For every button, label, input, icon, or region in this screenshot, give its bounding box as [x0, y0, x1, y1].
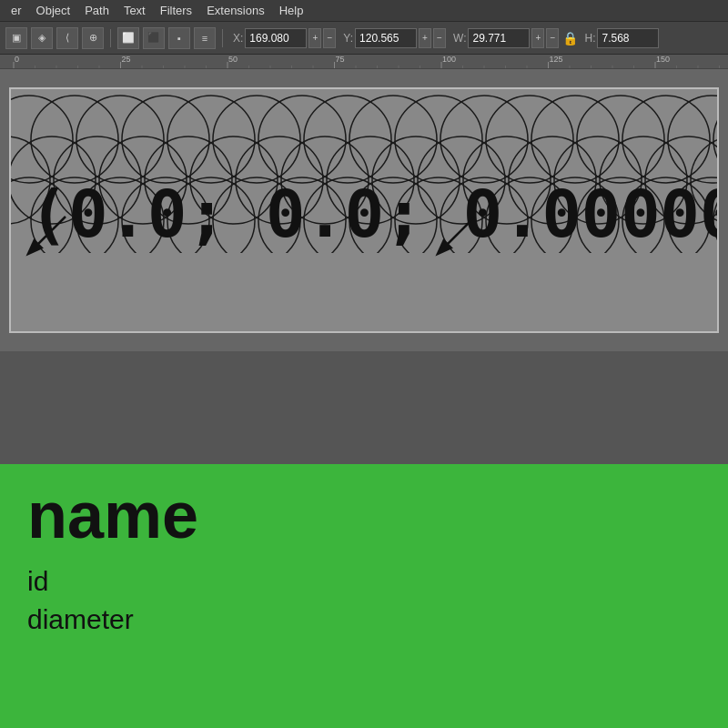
menu-object[interactable]: Object	[29, 0, 78, 21]
svg-point-50	[304, 96, 391, 183]
ruler-horizontal: 0255075100125150	[0, 55, 728, 69]
toolbar: ▣ ◈ ⟨ ⊕ ⬜ ⬛ ▪ ≡ X: + − Y: + − W: + − 🔒 H…	[0, 22, 728, 55]
h-coord-group: H:	[584, 28, 659, 48]
w-dec[interactable]: −	[546, 28, 559, 48]
y-input[interactable]	[355, 28, 417, 48]
menu-extensions[interactable]: Extensions	[199, 0, 272, 21]
menu-path[interactable]: Path	[77, 0, 116, 21]
y-dec[interactable]: −	[433, 28, 446, 48]
align-right[interactable]: ▪	[168, 27, 190, 49]
document-canvas[interactable]: /* rendered below */	[9, 87, 719, 333]
tool-node[interactable]: ◈	[31, 27, 53, 49]
x-inc[interactable]: +	[308, 28, 321, 48]
h-label: H:	[584, 32, 595, 45]
x-label: X:	[233, 32, 243, 45]
y-inc[interactable]: +	[419, 28, 431, 48]
canvas-area: /* rendered below */	[0, 69, 728, 351]
y-label: Y:	[343, 32, 353, 45]
green-diameter-label: diameter	[27, 604, 701, 635]
h-input[interactable]	[597, 28, 659, 48]
arrow1-svg	[20, 207, 75, 262]
green-id-label: id	[27, 566, 701, 597]
green-name-label: name	[27, 482, 701, 548]
y-coord-group: Y: + −	[343, 28, 446, 48]
tool-zoom[interactable]: ⊕	[82, 27, 104, 49]
menu-text[interactable]: Text	[116, 0, 153, 21]
w-coord-group: W: + −	[453, 28, 559, 48]
svg-point-51	[349, 96, 437, 183]
svg-point-53	[440, 96, 528, 183]
svg-text:0: 0	[15, 55, 19, 64]
sep2	[222, 29, 223, 47]
x-dec[interactable]: −	[323, 28, 336, 48]
tool-select[interactable]: ▣	[5, 27, 27, 49]
svg-point-56	[577, 96, 664, 183]
w-input[interactable]	[468, 28, 530, 48]
x-coord-group: X: + −	[233, 28, 336, 48]
svg-point-47	[167, 96, 255, 183]
menubar: er Object Path Text Filters Extensions H…	[0, 0, 728, 22]
svg-point-59	[713, 96, 719, 183]
align-center[interactable]: ⬛	[143, 27, 165, 49]
menu-er[interactable]: er	[4, 0, 29, 21]
svg-text:100: 100	[442, 55, 456, 64]
canvas-path-text: (0.0; 0.0; 0.00000)(100.0; 0.0	[29, 176, 719, 252]
svg-point-44	[31, 96, 118, 183]
green-panel: name id diameter	[0, 464, 728, 728]
svg-text:75: 75	[336, 55, 345, 64]
tool-tweak[interactable]: ⟨	[56, 27, 78, 49]
w-label: W:	[453, 32, 466, 45]
svg-line-95	[439, 217, 475, 253]
svg-point-57	[622, 96, 710, 183]
svg-point-46	[122, 96, 209, 183]
svg-point-45	[76, 96, 164, 183]
svg-line-94	[29, 217, 66, 253]
svg-point-49	[258, 96, 346, 183]
menu-filters[interactable]: Filters	[153, 0, 199, 21]
svg-rect-0	[0, 55, 728, 69]
sep1	[110, 29, 111, 47]
x-input[interactable]	[245, 28, 307, 48]
svg-point-48	[213, 96, 300, 183]
svg-point-54	[486, 96, 573, 183]
svg-text:150: 150	[656, 55, 670, 64]
lock-icon[interactable]: 🔒	[562, 28, 577, 48]
align-left[interactable]: ⬜	[117, 27, 139, 49]
svg-text:25: 25	[122, 55, 131, 64]
svg-point-52	[395, 96, 482, 183]
w-inc[interactable]: +	[531, 28, 544, 48]
arrow2-svg	[430, 207, 484, 262]
align-justify[interactable]: ≡	[194, 27, 216, 49]
ruler-svg: 0255075100125150	[0, 55, 728, 69]
svg-point-55	[531, 96, 619, 183]
svg-text:50: 50	[228, 55, 238, 64]
menu-help[interactable]: Help	[272, 0, 311, 21]
svg-text:125: 125	[550, 55, 563, 64]
svg-point-43	[9, 96, 73, 183]
